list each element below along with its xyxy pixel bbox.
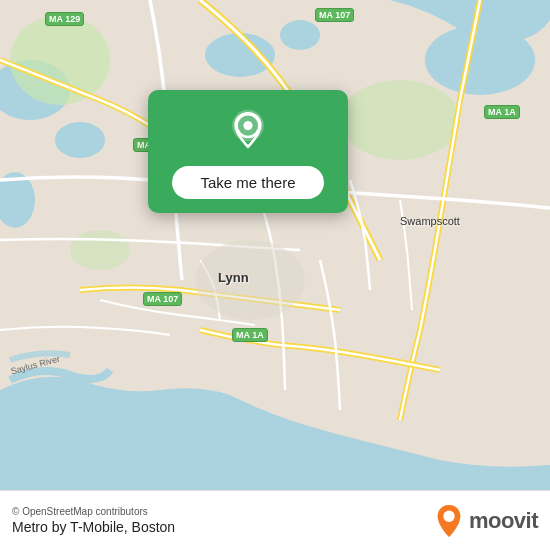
city-label-lynn: Lynn <box>218 270 249 285</box>
bottom-bar: © OpenStreetMap contributors Metro by T-… <box>0 490 550 550</box>
city-label-swampscott: Swampscott <box>400 215 460 227</box>
svg-point-9 <box>340 80 460 160</box>
svg-point-10 <box>70 230 130 270</box>
moovit-pin-icon <box>435 503 463 539</box>
svg-point-11 <box>195 240 305 320</box>
copyright-text: © OpenStreetMap contributors <box>12 506 175 517</box>
road-badge-ma1a-bottom: MA 1A <box>232 328 268 342</box>
svg-point-7 <box>280 20 320 50</box>
road-badge-ma1a-right: MA 1A <box>484 105 520 119</box>
app-title: Metro by T-Mobile, Boston <box>12 519 175 535</box>
location-pin-icon <box>226 108 270 152</box>
svg-point-8 <box>10 15 110 105</box>
svg-point-4 <box>55 122 105 158</box>
moovit-logo: moovit <box>435 503 538 539</box>
road-badge-ma107-bottom: MA 107 <box>143 292 182 306</box>
svg-point-16 <box>244 121 253 130</box>
take-me-there-button[interactable]: Take me there <box>172 166 323 199</box>
road-badge-ma107-top: MA 107 <box>315 8 354 22</box>
svg-point-2 <box>480 2 540 38</box>
svg-point-17 <box>443 510 454 521</box>
road-badge-ma129: MA 129 <box>45 12 84 26</box>
moovit-brand-text: moovit <box>469 508 538 534</box>
bottom-left-info: © OpenStreetMap contributors Metro by T-… <box>12 506 175 535</box>
map-container: MA 129 MA 107 MA 107 MA 1A MA 1A MA Lynn… <box>0 0 550 490</box>
popup-card: Take me there <box>148 90 348 213</box>
